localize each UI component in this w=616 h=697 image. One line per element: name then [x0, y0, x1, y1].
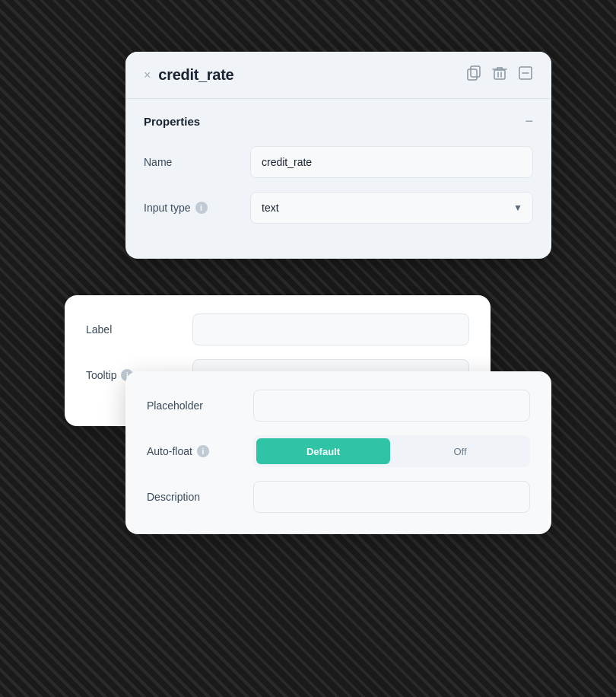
description-input[interactable] [253, 481, 530, 513]
placeholder-input[interactable] [253, 390, 530, 422]
header-actions [466, 65, 533, 84]
card-top-header-left: × credit_rate [144, 66, 233, 84]
toggle-default[interactable]: Default [256, 438, 390, 464]
input-type-select-wrapper: text number email password date ▼ [250, 192, 533, 224]
card-title: credit_rate [158, 66, 233, 84]
svg-rect-2 [494, 70, 505, 79]
label-label: Label [86, 323, 192, 336]
card-top: × credit_rate [125, 52, 551, 259]
input-type-label: Input type i [144, 202, 250, 214]
name-field-row: Name [144, 146, 533, 178]
label-field-row: Label [86, 313, 469, 345]
close-icon[interactable]: × [144, 68, 151, 82]
section-title: Properties [144, 115, 200, 128]
minimize-icon[interactable] [518, 65, 533, 84]
auto-float-toggle-group: Default Off [253, 435, 530, 467]
svg-rect-0 [471, 66, 480, 77]
auto-float-label: Auto-float i [147, 445, 253, 457]
input-type-info-icon[interactable]: i [195, 202, 208, 214]
card-middle: Placeholder Auto-float i Default Off Des… [125, 371, 551, 534]
section-header: Properties − [144, 114, 533, 128]
auto-float-field-row: Auto-float i Default Off [147, 435, 530, 467]
cards-wrapper: × credit_rate [65, 52, 551, 645]
placeholder-field-row: Placeholder [147, 390, 530, 422]
svg-rect-1 [468, 69, 477, 80]
input-type-field-row: Input type i text number email password … [144, 192, 533, 224]
name-label: Name [144, 156, 250, 168]
card-top-header: × credit_rate [125, 52, 551, 98]
delete-icon[interactable] [492, 65, 507, 84]
section-collapse-icon[interactable]: − [525, 114, 533, 128]
properties-section: Properties − Name Input type i text numb… [125, 99, 551, 259]
description-label: Description [147, 491, 253, 503]
name-input[interactable] [250, 146, 533, 178]
auto-float-info-icon[interactable]: i [197, 445, 209, 457]
placeholder-label: Placeholder [147, 399, 253, 412]
input-type-select[interactable]: text number email password date [250, 192, 533, 224]
toggle-off[interactable]: Off [393, 438, 527, 464]
description-field-row: Description [147, 481, 530, 513]
label-input[interactable] [192, 313, 469, 345]
copy-icon[interactable] [466, 65, 481, 84]
